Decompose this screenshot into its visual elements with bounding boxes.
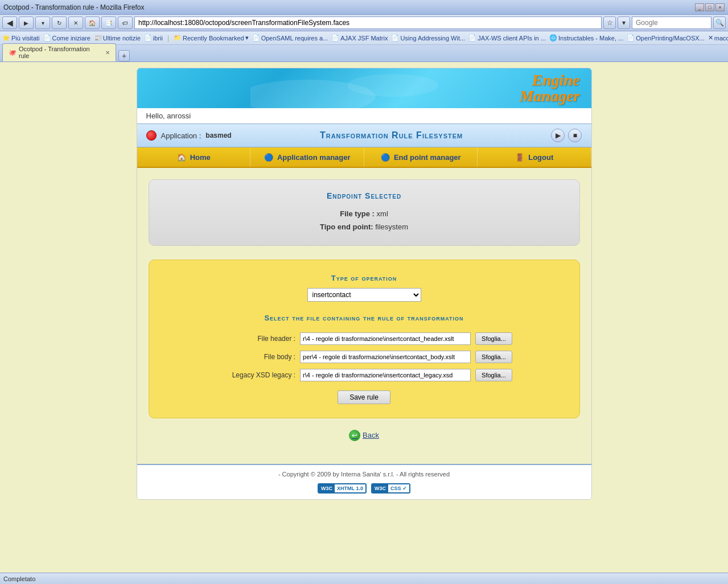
tipo-row: Tipo end point: filesystem: [161, 220, 568, 233]
app-bar-left: Application : basmed: [146, 130, 232, 141]
hello-text: Hello, anrossi: [146, 112, 191, 120]
stop-button[interactable]: ■: [568, 129, 582, 142]
tab-close-button[interactable]: ✕: [105, 50, 110, 56]
app-bar: Application : basmed Transformation Rule…: [137, 124, 591, 147]
close-button[interactable]: ×: [715, 3, 725, 11]
search-input[interactable]: [632, 17, 711, 29]
app-name: basmed: [205, 131, 231, 139]
tab-favicon: 🐙: [9, 49, 17, 56]
nav-menu: 🏠 Home 🔵 Application manager 🔵 End point…: [137, 147, 591, 168]
app-label: Application :: [161, 131, 201, 140]
operation-type-label: Type of operation: [163, 274, 566, 282]
dropdown-button[interactable]: ▾: [35, 17, 50, 29]
w3c-css-label: W3C: [372, 484, 388, 492]
file-header-input[interactable]: [300, 332, 471, 345]
tipo-label: Tipo end point:: [320, 223, 373, 231]
file-section-title: Select the file containing the rule of t…: [163, 313, 566, 323]
stop-button[interactable]: ✕: [68, 17, 83, 29]
page-wrapper: Engine Manager Hello, anrossi Applicatio…: [0, 62, 728, 517]
home-icon: 🏠: [176, 152, 187, 162]
app-bar-right[interactable]: ▶ ■: [551, 129, 582, 142]
tipo-value: filesystem: [375, 223, 408, 231]
footer-copyright: - Copyright © 2009 by Interna Sanita' s.…: [278, 471, 450, 478]
bookmark-addressing[interactable]: 📄 Using Addressing Wit...: [391, 34, 465, 42]
forward-button[interactable]: ▶: [19, 17, 34, 29]
bookmark-openprinting[interactable]: 📄 OpenPrinting/MacOSX...: [627, 34, 704, 42]
search-button[interactable]: 🔍: [713, 17, 726, 29]
bookmark-button[interactable]: 📑: [101, 17, 116, 29]
engine-text: Engine: [520, 72, 580, 88]
file-body-row: File body : Sfoglia...: [163, 351, 566, 363]
maximize-button[interactable]: □: [705, 3, 714, 11]
back-button[interactable]: ◀: [2, 17, 17, 29]
xhtml-label: XHTML 1.0: [335, 484, 365, 492]
bookmark-instructables[interactable]: 🌐 Instructables - Make, ...: [549, 34, 623, 42]
file-body-input[interactable]: [300, 351, 471, 363]
app-container: Engine Manager Hello, anrossi Applicatio…: [137, 68, 592, 500]
app-header: Engine Manager: [137, 68, 591, 108]
window-controls[interactable]: _ □ ×: [695, 3, 725, 11]
address-bar[interactable]: [134, 17, 602, 29]
reload-button[interactable]: ↻: [52, 17, 67, 29]
bookmark-visited[interactable]: ⭐ Più visitati: [2, 34, 40, 42]
back-link[interactable]: ↩ Back: [349, 430, 379, 441]
bookmark-ibrii[interactable]: 📄 ibrii: [144, 34, 163, 42]
endpoint-title: Endpoint Selected: [161, 191, 568, 200]
browser-title: Ocotpod - Transformation rule - Mozilla …: [3, 3, 144, 11]
browser-titlebar: Ocotpod - Transformation rule - Mozilla …: [0, 0, 728, 15]
css-badge: W3C CSS ✓: [371, 483, 410, 493]
nav-endpoint-manager[interactable]: 🔵 End point manager: [364, 147, 478, 167]
legacy-input[interactable]: [300, 369, 471, 381]
file-body-label: File body :: [216, 353, 295, 361]
xhtml-badge: W3C XHTML 1.0: [318, 483, 367, 493]
operation-box: Type of operation insertcontact updateco…: [149, 260, 580, 418]
bookmark-jaxws[interactable]: 📄 JAX-WS client APIs in ...: [468, 34, 546, 42]
browser-toolbar: ◀ ▶ ▾ ↻ ✕ 🏠 📑 🏷 ☆ ▾ 🔍: [0, 15, 728, 31]
bookmark-start[interactable]: 📄 Come iniziare: [43, 34, 91, 42]
tag-button[interactable]: 🏷: [118, 17, 133, 29]
back-area: ↩ Back: [149, 418, 580, 453]
minimize-button[interactable]: _: [695, 3, 704, 11]
new-tab-button[interactable]: +: [118, 50, 130, 61]
legacy-label: Legacy XSD legacy :: [216, 371, 295, 379]
tab-label: Ocotpod - Transformation rule: [19, 46, 101, 59]
legacy-browse[interactable]: Sfoglia...: [475, 369, 512, 381]
engine-manager-title: Engine Manager: [520, 72, 580, 104]
play-button[interactable]: ▶: [551, 129, 565, 142]
endpoint-info: File type : xml Tipo end point: filesyst…: [161, 207, 568, 234]
bookmark-news[interactable]: 📰 Ultime notizie: [94, 34, 141, 42]
page-title: Transformation Rule Filesystem: [320, 130, 463, 141]
save-rule-button[interactable]: Save rule: [338, 390, 390, 404]
nav-application-manager[interactable]: 🔵 Application manager: [250, 147, 364, 167]
endpoint-box: Endpoint Selected File type : xml Tipo e…: [149, 179, 580, 246]
status-indicator: [146, 130, 157, 141]
nav-logout[interactable]: 🚪 Logout: [478, 147, 591, 167]
app-footer: - Copyright © 2009 by Interna Sanita' s.…: [137, 464, 591, 499]
operation-select[interactable]: insertcontact updatecontact deletecontac…: [307, 288, 421, 302]
nav-home[interactable]: 🏠 Home: [137, 147, 251, 167]
footer-badges: W3C XHTML 1.0 W3C CSS ✓: [143, 483, 586, 493]
file-legacy-row: Legacy XSD legacy : Sfoglia...: [163, 369, 566, 381]
star-dropdown[interactable]: ▾: [618, 17, 630, 29]
logout-icon: 🚪: [515, 152, 525, 162]
active-tab[interactable]: 🐙 Ocotpod - Transformation rule ✕: [2, 43, 116, 61]
file-type-row: File type : xml: [161, 207, 568, 220]
app-manager-icon: 🔵: [264, 152, 274, 162]
file-body-browse[interactable]: Sfoglia...: [475, 351, 512, 363]
bookmark-recently[interactable]: 📁 Recently Bookmarked ▾: [174, 34, 249, 42]
bookmark-macosx[interactable]: ✕ macosxhints.com - Pri...: [708, 34, 728, 42]
w3c-label: W3C: [319, 484, 335, 492]
bookmarks-separator: |: [167, 34, 169, 42]
bookmark-ajax[interactable]: 📄 AJAX JSF Matrix: [331, 34, 388, 42]
star-button[interactable]: ☆: [603, 17, 616, 29]
file-header-label: File header :: [216, 335, 295, 343]
manager-text: Manager: [520, 88, 580, 104]
tabs-bar: 🐙 Ocotpod - Transformation rule ✕ +: [0, 45, 728, 62]
file-type-value: xml: [377, 209, 388, 218]
endpoint-icon: 🔵: [380, 152, 390, 162]
home-button[interactable]: 🏠: [85, 17, 100, 29]
back-icon: ↩: [349, 430, 360, 441]
file-header-row: File header : Sfoglia...: [163, 332, 566, 345]
bookmark-opensaml[interactable]: 📄 OpenSAML requires a...: [252, 34, 328, 42]
file-header-browse[interactable]: Sfoglia...: [475, 332, 512, 345]
